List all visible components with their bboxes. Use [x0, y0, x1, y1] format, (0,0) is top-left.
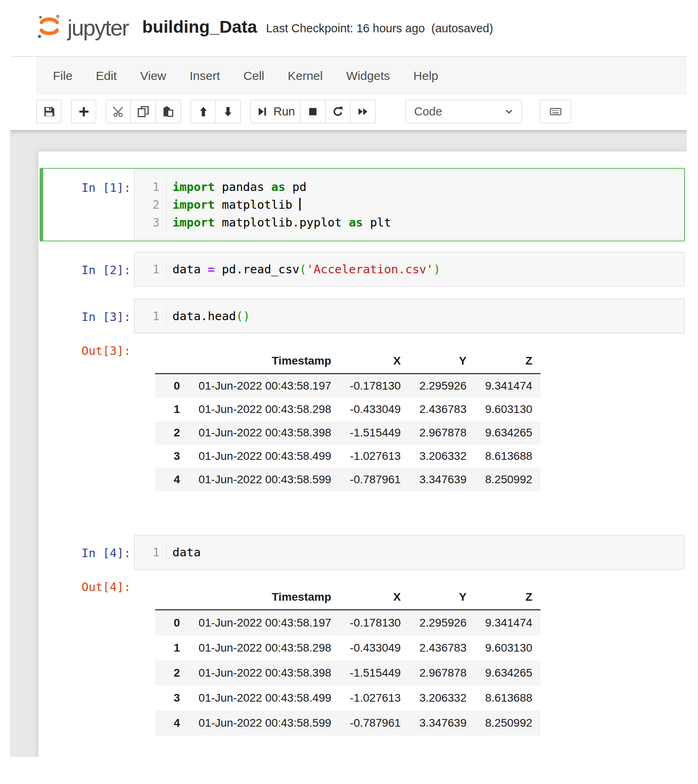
- table-cell: 2.436783: [401, 635, 467, 660]
- run-button[interactable]: Run: [250, 100, 301, 123]
- row-index: 4: [155, 711, 180, 736]
- menu-view[interactable]: View: [128, 69, 178, 83]
- menu-edit[interactable]: Edit: [84, 69, 128, 83]
- code-editor[interactable]: 1data.head(): [134, 299, 684, 333]
- paste-icon: [162, 105, 174, 118]
- dataframe-table: TimestampXYZ001-Jun-2022 00:43:58.197-0.…: [155, 353, 540, 491]
- interrupt-kernel-button[interactable]: [301, 100, 326, 123]
- column-header: X: [331, 353, 401, 374]
- cell-type-dropdown[interactable]: Code: [406, 100, 522, 123]
- row-index: 1: [155, 398, 180, 421]
- table-row: 201-Jun-2022 00:43:58.398-1.5154492.9678…: [155, 421, 540, 444]
- table-header-row: TimestampXYZ: [155, 589, 540, 610]
- input-prompt: In [1]:: [43, 169, 134, 195]
- keyboard-icon: [549, 105, 562, 118]
- table-row: 401-Jun-2022 00:43:58.599-0.7879613.3476…: [155, 468, 540, 491]
- run-all-icon: [357, 105, 369, 118]
- restart-kernel-button[interactable]: [326, 100, 351, 123]
- save-icon: [43, 105, 55, 118]
- column-header: Y: [401, 353, 467, 374]
- code-editor[interactable]: 1data = pd.read_csv('Acceleration.csv'): [134, 252, 684, 287]
- column-header: Y: [401, 589, 467, 610]
- menu-cell[interactable]: Cell: [232, 69, 276, 83]
- table-cell: 2.967878: [401, 660, 467, 685]
- table-cell: 01-Jun-2022 00:43:58.197: [180, 610, 332, 636]
- table-cell: -0.433049: [331, 635, 401, 660]
- step-forward-icon: [256, 105, 269, 118]
- line-number: 1: [139, 543, 160, 561]
- cell-output-row: Out[3]:TimestampXYZ001-Jun-2022 00:43:58…: [43, 338, 684, 524]
- menu-kernel[interactable]: Kernel: [276, 69, 334, 83]
- jupyter-logo[interactable]: jupyter: [34, 12, 128, 42]
- row-index: 1: [155, 635, 180, 660]
- line-numbers: 1: [135, 307, 166, 325]
- move-cell-up-button[interactable]: [191, 100, 216, 123]
- table-cell: 3.347639: [401, 468, 467, 491]
- table-cell: 01-Jun-2022 00:43:58.599: [180, 711, 332, 736]
- table-cell: 01-Jun-2022 00:43:58.298: [180, 635, 332, 660]
- restart-run-all-button[interactable]: [351, 100, 376, 123]
- code-cell[interactable]: In [4]:1dataOut[4]:TimestampXYZ001-Jun-2…: [40, 533, 685, 757]
- code-cell[interactable]: In [2]:1data = pd.read_csv('Acceleration…: [40, 250, 685, 288]
- code-editor[interactable]: 123import pandas as pdimport matplotlib …: [134, 170, 684, 240]
- line-number: 1: [139, 260, 160, 278]
- checkpoint-status: Last Checkpoint: 16 hours ago: [266, 22, 425, 35]
- table-row: 301-Jun-2022 00:43:58.499-1.0276133.2063…: [155, 685, 540, 711]
- code-line: data: [172, 543, 201, 561]
- menu-file[interactable]: File: [41, 69, 84, 83]
- notebook-title[interactable]: building_Data: [142, 17, 257, 37]
- toolbar: Run Code: [36, 99, 571, 124]
- paste-button[interactable]: [156, 100, 181, 123]
- line-number: 2: [139, 196, 160, 214]
- index-column-header: [155, 589, 180, 610]
- save-button[interactable]: [36, 100, 61, 123]
- restart-icon: [332, 105, 344, 118]
- table-row: 201-Jun-2022 00:43:58.398-1.5154492.9678…: [155, 660, 540, 685]
- table-cell: 9.341474: [467, 374, 540, 398]
- code-line: import pandas as pd: [172, 178, 391, 196]
- table-row: 001-Jun-2022 00:43:58.197-0.1781302.2959…: [155, 610, 540, 636]
- table-cell: 01-Jun-2022 00:43:58.499: [180, 444, 332, 468]
- table-cell: -1.515449: [331, 660, 401, 685]
- column-header: X: [331, 589, 401, 610]
- add-cell-icon: [78, 105, 90, 118]
- table-cell: 01-Jun-2022 00:43:58.398: [180, 660, 332, 685]
- row-index: 3: [155, 444, 180, 468]
- move-cell-down-button[interactable]: [216, 100, 241, 123]
- notebook-page: In [1]:123import pandas as pdimport matp…: [38, 151, 687, 757]
- add-cell-button[interactable]: [71, 100, 96, 123]
- menu-help[interactable]: Help: [402, 69, 450, 83]
- input-prompt: In [2]:: [43, 251, 134, 277]
- table-cell: 3.206332: [401, 444, 467, 468]
- cell-output-row: Out[4]:TimestampXYZ001-Jun-2022 00:43:58…: [43, 574, 684, 757]
- line-number: 1: [139, 307, 160, 325]
- row-index: 0: [155, 374, 180, 398]
- text-cursor: [299, 198, 301, 211]
- table-header-row: TimestampXYZ: [155, 353, 540, 374]
- table-cell: 8.613688: [467, 685, 540, 711]
- code-cell[interactable]: In [3]:1data.head()Out[3]:TimestampXYZ00…: [40, 297, 685, 524]
- notebook-header: jupyter building_Data Last Checkpoint: 1…: [34, 10, 493, 44]
- table-cell: 8.613688: [467, 444, 540, 468]
- table-cell: -1.027613: [331, 444, 401, 468]
- output-content: TimestampXYZ001-Jun-2022 00:43:58.197-0.…: [134, 574, 540, 757]
- table-cell: 2.295926: [401, 610, 467, 636]
- command-palette-button[interactable]: [540, 100, 571, 123]
- cell-type-value: Code: [414, 105, 442, 118]
- cut-icon: [112, 105, 125, 118]
- menu-insert[interactable]: Insert: [178, 69, 232, 83]
- table-cell: 9.634265: [467, 660, 540, 685]
- code-cell[interactable]: In [1]:123import pandas as pdimport matp…: [40, 168, 685, 241]
- dataframe-table: TimestampXYZ001-Jun-2022 00:43:58.197-0.…: [155, 589, 540, 736]
- cell-input-row: In [1]:123import pandas as pdimport matp…: [43, 169, 684, 241]
- code-editor[interactable]: 1data: [134, 535, 684, 570]
- input-prompt: In [4]:: [43, 534, 134, 560]
- run-button-label: Run: [273, 105, 295, 118]
- table-cell: -1.027613: [331, 685, 401, 711]
- menu-widgets[interactable]: Widgets: [334, 69, 402, 83]
- table-row: 101-Jun-2022 00:43:58.298-0.4330492.4367…: [155, 398, 540, 421]
- copy-button[interactable]: [131, 100, 156, 123]
- table-row: 001-Jun-2022 00:43:58.197-0.1781302.2959…: [155, 374, 540, 398]
- table-cell: 01-Jun-2022 00:43:58.298: [180, 398, 332, 421]
- cut-button[interactable]: [106, 100, 131, 123]
